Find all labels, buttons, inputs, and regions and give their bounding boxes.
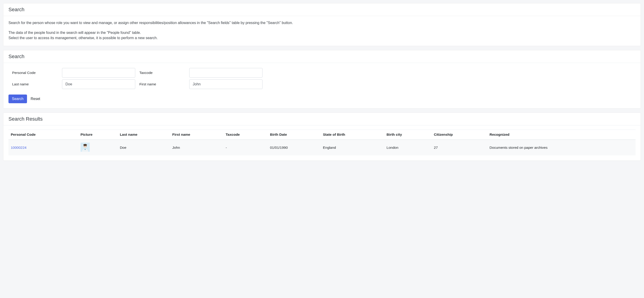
results-title: Search Results bbox=[8, 116, 636, 122]
personal-code-link[interactable]: 10000224 bbox=[11, 146, 26, 150]
first-name-input[interactable] bbox=[189, 80, 262, 89]
table-row: 10000224 bbox=[8, 140, 636, 156]
cell-state-of-birth: England bbox=[321, 140, 384, 156]
intro-header: Search bbox=[4, 4, 640, 16]
cell-last-name: Doe bbox=[118, 140, 170, 156]
intro-paragraph-1: Search for the person whose role you wan… bbox=[8, 20, 636, 26]
cell-taxcode: - bbox=[223, 140, 268, 156]
personal-code-input[interactable] bbox=[62, 68, 135, 78]
col-first-name: First name bbox=[170, 130, 223, 140]
search-form-card: Search Personal Code Taxcode Last name F… bbox=[3, 50, 641, 108]
intro-title: Search bbox=[8, 7, 636, 12]
results-thead: Personal Code Picture Last name First na… bbox=[8, 130, 636, 140]
form-button-row: Search Reset bbox=[8, 94, 636, 103]
intro-paragraph-2a: The data of the people found in the sear… bbox=[8, 30, 636, 35]
cell-first-name: John bbox=[170, 140, 223, 156]
intro-body: Search for the person whose role you wan… bbox=[4, 16, 640, 46]
cell-birth-city: London bbox=[384, 140, 432, 156]
search-form-title: Search bbox=[8, 54, 636, 60]
col-taxcode: Taxcode bbox=[223, 130, 268, 140]
col-picture: Picture bbox=[78, 130, 118, 140]
results-header: Search Results bbox=[4, 113, 640, 126]
search-form-header: Search bbox=[4, 50, 640, 63]
search-form-grid: Personal Code Taxcode Last name First na… bbox=[8, 67, 636, 92]
results-card: Search Results Personal Code Picture Las… bbox=[3, 112, 641, 161]
personal-code-label: Personal Code bbox=[12, 71, 58, 75]
col-recognized: Recognized bbox=[487, 130, 636, 140]
last-name-input[interactable] bbox=[62, 80, 135, 89]
results-table: Personal Code Picture Last name First na… bbox=[8, 130, 636, 156]
search-button[interactable]: Search bbox=[8, 94, 27, 103]
col-personal-code: Personal Code bbox=[8, 130, 78, 140]
cell-recognized: Documents stored on paper archives bbox=[487, 140, 636, 156]
svg-rect-3 bbox=[86, 146, 86, 146]
results-body: Personal Code Picture Last name First na… bbox=[4, 126, 640, 160]
cell-birth-date: 01/01/1990 bbox=[268, 140, 321, 156]
search-form-body: Personal Code Taxcode Last name First na… bbox=[4, 63, 640, 108]
results-table-wrap: Personal Code Picture Last name First na… bbox=[8, 130, 636, 156]
intro-paragraph-2b: Select the user to access its management… bbox=[8, 35, 636, 40]
cell-citizenship: 27 bbox=[432, 140, 487, 156]
results-tbody: 10000224 bbox=[8, 140, 636, 156]
col-state-of-birth: State of Birth bbox=[321, 130, 384, 140]
svg-rect-2 bbox=[84, 146, 85, 146]
col-citizenship: Citizenship bbox=[432, 130, 487, 140]
taxcode-input[interactable] bbox=[189, 68, 262, 78]
intro-card: Search Search for the person whose role … bbox=[3, 3, 641, 46]
col-last-name: Last name bbox=[118, 130, 170, 140]
col-birth-city: Birth city bbox=[384, 130, 432, 140]
last-name-label: Last name bbox=[12, 82, 58, 86]
first-name-label: First name bbox=[139, 82, 185, 86]
taxcode-label: Taxcode bbox=[139, 71, 185, 75]
avatar-icon bbox=[80, 142, 90, 152]
reset-button[interactable]: Reset bbox=[30, 95, 41, 103]
col-birth-date: Birth Date bbox=[268, 130, 321, 140]
